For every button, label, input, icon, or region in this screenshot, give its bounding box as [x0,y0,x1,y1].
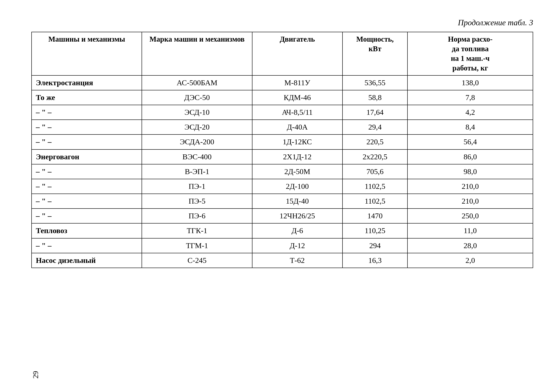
cell-engine: 12ЧН26/25 [252,209,342,223]
table-row: – " –ЭСД-10АЧ-8,5/1117,644,2 [31,105,533,120]
cell-engine: Д-6 [252,223,342,238]
cell-engine: КДМ-46 [252,90,342,105]
table-row: ЭнерговагонВЭС-4002Х1Д-122х220,586,0 [31,149,533,164]
cell-power: 220,5 [342,134,408,149]
cell-power: 58,8 [342,90,408,105]
table-row: Насос дизельныйС-245Т-6216,32,0 [31,253,533,268]
col-header-machines: Машины и механизмы [31,32,142,75]
cell-power: 29,4 [342,120,408,134]
cell-engine: Т-62 [252,253,342,268]
cell-machine: – " – [31,238,142,253]
cell-power: 16,3 [342,253,408,268]
cell-power: 110,25 [342,223,408,238]
cell-brand: ПЭ-1 [142,179,252,194]
cell-brand: АС-500БАМ [142,75,252,90]
cell-machine: Энерговагон [31,149,142,164]
cell-machine: – " – [31,134,142,149]
cell-machine: – " – [31,164,142,179]
cell-engine: АЧ-8,5/11 [252,105,342,120]
cell-engine: 2Д-100 [252,179,342,194]
table-row: То жеДЭС-50КДМ-4658,87,8 [31,90,533,105]
cell-engine: 1Д-12КС [252,134,342,149]
cell-machine: – " – [31,120,142,134]
table-row: – " –В-ЭП-12Д-50М705,698,0 [31,164,533,179]
cell-norm: 210,0 [408,194,533,209]
cell-engine: М-811У [252,75,342,90]
cell-power: 1102,5 [342,194,408,209]
cell-machine: Насос дизельный [31,253,142,268]
cell-norm: 210,0 [408,179,533,194]
table-row: – " –ПЭ-612ЧН26/251470250,0 [31,209,533,223]
cell-brand: ЭСД-20 [142,120,252,134]
cell-norm: 2,0 [408,253,533,268]
cell-engine: Д-40А [252,120,342,134]
cell-brand: ЭСДА-200 [142,134,252,149]
cell-power: 2х220,5 [342,149,408,164]
cell-norm: 56,4 [408,134,533,149]
col-header-brand: Марка машин и механизмов [142,32,252,75]
table-title: Продолжение табл. 3 [31,18,533,27]
cell-engine: 2Д-50М [252,164,342,179]
cell-engine: 2Х1Д-12 [252,149,342,164]
main-table: Машины и механизмы Марка машин и механиз… [31,32,533,268]
cell-brand: ВЭС-400 [142,149,252,164]
table-row: – " –ТГМ-1Д-1229428,0 [31,238,533,253]
cell-machine: – " – [31,105,142,120]
table-header-row: Машины и механизмы Марка машин и механиз… [31,32,533,75]
col-header-engine: Двигатель [252,32,342,75]
cell-norm: 98,0 [408,164,533,179]
cell-machine: – " – [31,194,142,209]
table-row: ТепловозТГК-1Д-6110,2511,0 [31,223,533,238]
cell-brand: ТГМ-1 [142,238,252,253]
cell-norm: 11,0 [408,223,533,238]
table-row: – " –ЭСДА-2001Д-12КС220,556,4 [31,134,533,149]
page-number: 29 [31,371,40,379]
cell-brand: ТГК-1 [142,223,252,238]
cell-engine: Д-12 [252,238,342,253]
cell-machine: Электростанция [31,75,142,90]
cell-brand: ПЭ-5 [142,194,252,209]
cell-norm: 7,8 [408,90,533,105]
cell-norm: 28,0 [408,238,533,253]
cell-norm: 250,0 [408,209,533,223]
cell-norm: 8,4 [408,120,533,134]
cell-power: 294 [342,238,408,253]
cell-machine: – " – [31,179,142,194]
cell-power: 17,64 [342,105,408,120]
cell-norm: 86,0 [408,149,533,164]
cell-machine: – " – [31,209,142,223]
cell-norm: 4,2 [408,105,533,120]
cell-power: 705,6 [342,164,408,179]
cell-power: 1102,5 [342,179,408,194]
table-row: – " –ЭСД-20Д-40А29,48,4 [31,120,533,134]
cell-machine: Тепловоз [31,223,142,238]
col-header-power: Мощность,кВт [342,32,408,75]
cell-brand: ДЭС-50 [142,90,252,105]
cell-norm: 138,0 [408,75,533,90]
cell-engine: 15Д-40 [252,194,342,209]
cell-machine: То же [31,90,142,105]
col-header-norm: Норма расхо-да топливана 1 маш.-чработы,… [408,32,533,75]
cell-brand: С-245 [142,253,252,268]
cell-power: 1470 [342,209,408,223]
cell-power: 536,55 [342,75,408,90]
cell-brand: В-ЭП-1 [142,164,252,179]
cell-brand: ПЭ-6 [142,209,252,223]
table-row: – " –ПЭ-515Д-401102,5210,0 [31,194,533,209]
cell-brand: ЭСД-10 [142,105,252,120]
table-row: – " –ПЭ-12Д-1001102,5210,0 [31,179,533,194]
table-row: ЭлектростанцияАС-500БАММ-811У536,55138,0 [31,75,533,90]
page-container: Продолжение табл. 3 Машины и механизмы М… [0,0,560,392]
